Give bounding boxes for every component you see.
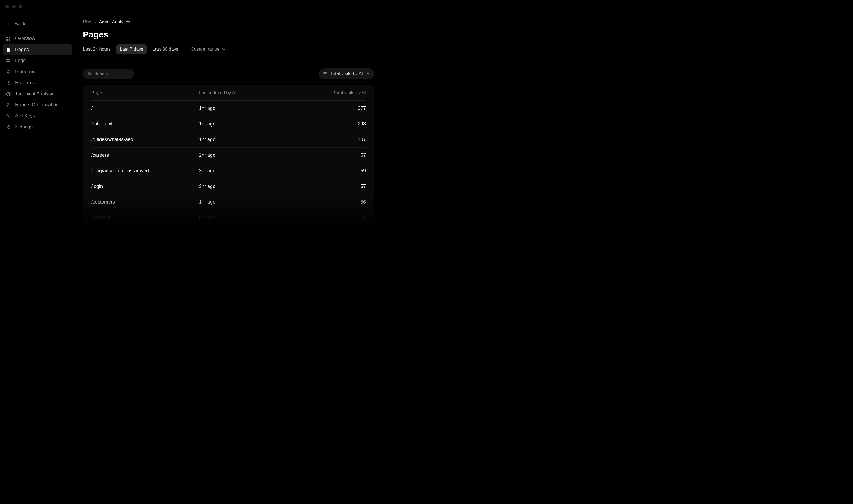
table-row[interactable]: /blog/ai-search-has-arrived3hr ago59 (91, 163, 366, 179)
gear-icon (6, 125, 11, 129)
custom-range-label: Custom range (190, 47, 219, 52)
page-icon (6, 48, 11, 52)
cell-indexed: 3hr ago (199, 168, 307, 174)
sidebar-item-logs[interactable]: Logs (3, 55, 72, 66)
breadcrumb: Rho Agent Analytics (83, 19, 374, 25)
sidebar-item-label: Pages (15, 47, 29, 53)
range-last-30-days[interactable]: Last 30 days (149, 44, 182, 54)
traffic-zoom[interactable] (19, 5, 22, 8)
sidebar-item-label: Overview (15, 36, 35, 41)
sidebar: Back OverviewPagesLogsPlatformsReferrals… (0, 14, 75, 226)
cell-indexed: 1hr ago (199, 199, 307, 205)
sidebar-item-label: Technical Analysis (15, 91, 54, 97)
cell-indexed: 5hr ago (199, 215, 307, 220)
svg-rect-2 (6, 39, 8, 41)
main-content: Rho Agent Analytics Pages Last 24 hoursL… (75, 14, 382, 226)
sidebar-item-referrals[interactable]: Referrals (3, 77, 72, 88)
breadcrumb-root[interactable]: Rho (83, 19, 91, 25)
col-header-visits: Total visits by AI (307, 90, 366, 95)
chevron-down-icon (222, 48, 225, 50)
col-header-page: Page (91, 90, 199, 95)
cell-indexed: 3hr ago (199, 184, 307, 189)
cell-page: /guides/what-is-aeo (91, 137, 199, 142)
svg-point-9 (7, 126, 9, 128)
svg-rect-1 (9, 37, 10, 38)
chart-icon (6, 92, 11, 96)
svg-rect-4 (6, 59, 10, 60)
custom-range-button[interactable]: Custom range (187, 44, 229, 54)
cell-page: /login (91, 184, 199, 189)
table-header: Page Last indexed by AI Total visits by … (91, 85, 366, 101)
svg-rect-5 (6, 61, 10, 62)
sidebar-item-label: Robots Optimization (15, 102, 59, 108)
cell-page: /about-us (91, 215, 199, 220)
grid-icon (6, 36, 11, 41)
sort-icon (323, 72, 327, 75)
back-label: Back (15, 21, 25, 26)
sidebar-item-label: Platforms (15, 69, 36, 75)
sort-label: Total visits by AI (330, 71, 363, 76)
burst-icon (6, 80, 11, 85)
svg-point-8 (7, 115, 8, 115)
back-button[interactable]: Back (3, 18, 72, 29)
time-range-tabs: Last 24 hoursLast 7 daysLast 30 days Cus… (83, 44, 374, 60)
cell-visits: 59 (307, 168, 366, 174)
sidebar-item-label: Settings (15, 124, 33, 130)
cell-page: / (91, 106, 199, 111)
sort-dropdown[interactable]: Total visits by AI (319, 68, 374, 79)
breadcrumb-current: Agent Analytics (99, 19, 130, 25)
sidebar-item-label: Referrals (15, 80, 35, 86)
toolbar: Total visits by AI (83, 68, 374, 79)
col-header-indexed: Last indexed by AI (199, 90, 307, 95)
svg-rect-3 (9, 39, 10, 41)
table-row[interactable]: /guides/what-is-aeo1hr ago107 (91, 132, 366, 147)
cell-page: /careers (91, 152, 199, 158)
search-icon (88, 72, 92, 76)
chevron-down-icon (366, 73, 369, 75)
key-icon (6, 114, 11, 119)
cell-indexed: 2hr ago (199, 152, 307, 158)
cell-visits: 107 (307, 137, 366, 142)
range-last-24-hours[interactable]: Last 24 hours (83, 44, 114, 54)
cell-visits: 298 (307, 121, 366, 127)
table-row[interactable]: /1hr ago377 (91, 101, 366, 116)
cell-visits: 67 (307, 152, 366, 158)
sidebar-item-overview[interactable]: Overview (3, 33, 72, 44)
cell-page: /blog/ai-search-has-arrived (91, 168, 199, 174)
table-row[interactable]: /login3hr ago57 (91, 179, 366, 194)
traffic-minimize[interactable] (12, 5, 16, 8)
svg-point-6 (8, 83, 9, 84)
traffic-lights (5, 5, 22, 8)
sidebar-item-platforms[interactable]: Platforms (3, 66, 72, 77)
sidebar-item-label: API Keys (15, 113, 35, 119)
svg-rect-0 (6, 37, 8, 38)
page-title: Pages (83, 30, 374, 40)
cell-indexed: 1hr ago (199, 137, 307, 142)
sidebar-item-api-keys[interactable]: API Keys (3, 110, 72, 122)
cell-indexed: 1hr ago (199, 121, 307, 127)
table-row[interactable]: /careers2hr ago67 (91, 147, 366, 163)
cell-visits: 56 (307, 199, 366, 205)
table-row[interactable]: /customers1hr ago56 (91, 194, 366, 210)
cell-indexed: 1hr ago (199, 106, 307, 111)
sidebar-item-pages[interactable]: Pages (3, 44, 72, 55)
sidebar-item-robots-optimization[interactable]: Robots Optimization (3, 100, 72, 110)
chevron-left-icon (6, 21, 11, 26)
sidebar-item-settings[interactable]: Settings (3, 122, 72, 132)
sidebar-item-technical-analysis[interactable]: Technical Analysis (3, 88, 72, 100)
sparkles-icon (6, 70, 11, 74)
svg-line-11 (90, 74, 91, 75)
range-last-7-days[interactable]: Last 7 days (116, 44, 147, 54)
search-box[interactable] (83, 69, 134, 79)
table-row[interactable]: /robots.txt1hr ago298 (91, 116, 366, 132)
search-input[interactable] (94, 71, 129, 76)
table-row[interactable]: /privacy-policy5hr ago23 (91, 226, 366, 226)
cell-visits: 34 (307, 215, 366, 220)
cell-page: /customers (91, 199, 199, 205)
table-row[interactable]: /about-us5hr ago34 (91, 210, 366, 226)
cell-page: /robots.txt (91, 121, 199, 127)
sidebar-item-label: Logs (15, 58, 25, 64)
wrench-icon (6, 103, 11, 107)
traffic-close[interactable] (5, 5, 9, 8)
pages-table: Page Last indexed by AI Total visits by … (83, 85, 374, 226)
